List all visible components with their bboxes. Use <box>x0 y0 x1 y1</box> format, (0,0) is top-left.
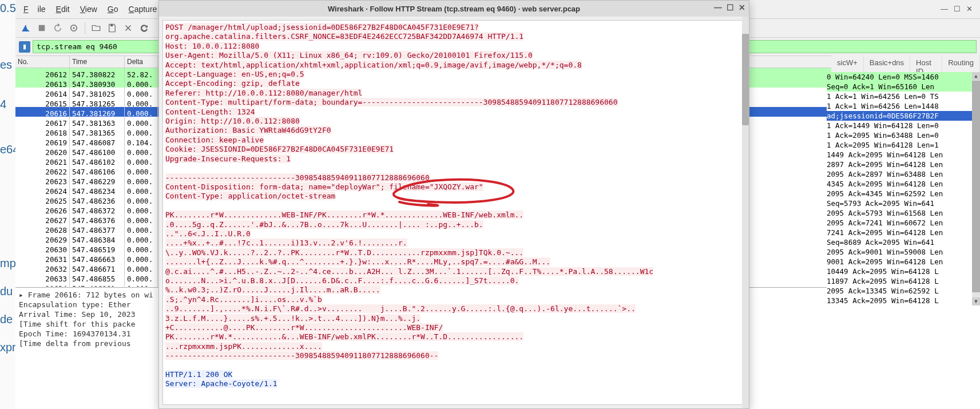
menu-file[interactable]: File <box>19 2 50 16</box>
col-header-no[interactable]: No. <box>15 56 70 67</box>
minimize-button[interactable]: — <box>941 5 948 13</box>
svg-point-2 <box>73 27 75 29</box>
toolbar-separator <box>85 22 85 34</box>
restart-icon[interactable] <box>51 21 65 35</box>
menu-capture[interactable]: Capture <box>124 2 162 16</box>
close-button[interactable]: ✕ <box>966 5 973 13</box>
close-file-icon[interactable] <box>121 21 135 35</box>
dialog-title: Wireshark · Follow HTTP Stream (tcp.stre… <box>328 5 580 13</box>
dialog-maximize-button[interactable]: ☐ <box>727 3 734 12</box>
dialog-titlebar[interactable]: Wireshark · Follow HTTP Stream (tcp.stre… <box>159 1 749 17</box>
svg-rect-0 <box>39 25 45 31</box>
col-header-delta[interactable]: Delta <box>125 56 158 67</box>
open-icon[interactable] <box>89 21 103 35</box>
stop-icon[interactable] <box>35 21 49 35</box>
packet-info-right-column: 0 Win=64240 Len=0 MSS=1460 Seq=0 Ack=1 W… <box>827 72 980 305</box>
packet-list-scrollbar[interactable]: ▲ ▼ <box>972 72 980 305</box>
menu-edit[interactable]: Edit <box>51 2 74 16</box>
col-header-time[interactable]: Time <box>70 56 125 67</box>
follow-stream-dialog: Wireshark · Follow HTTP Stream (tcp.stre… <box>158 0 749 409</box>
shark-fin-icon[interactable] <box>19 21 33 35</box>
dialog-minimize-button[interactable]: — <box>714 3 722 12</box>
scroll-thumb[interactable] <box>972 81 980 292</box>
background-partial-left: 0.5 es 4 e64 mp du de xpr <box>0 0 17 409</box>
scroll-up-arrow[interactable]: ▲ <box>972 72 980 80</box>
bookmark-filter-icon[interactable]: ▮ <box>19 41 30 53</box>
dialog-close-button[interactable]: ✕ <box>739 3 745 12</box>
maximize-button[interactable]: ☐ <box>954 5 961 13</box>
window-controls-main: — ☐ ✕ <box>936 0 977 18</box>
dialog-scrollbar[interactable] <box>742 17 749 408</box>
menu-go[interactable]: Go <box>103 2 123 16</box>
save-icon[interactable] <box>105 21 119 35</box>
scroll-down-arrow[interactable]: ▼ <box>972 297 980 305</box>
http-stream-text[interactable]: POST /manager/html/upload;jsessionid=0DE… <box>162 20 745 405</box>
dialog-scroll-thumb[interactable] <box>742 34 749 125</box>
menu-view[interactable]: View <box>76 2 102 16</box>
options-icon[interactable] <box>67 21 81 35</box>
svg-rect-3 <box>110 24 113 26</box>
reload-icon[interactable] <box>137 21 151 35</box>
